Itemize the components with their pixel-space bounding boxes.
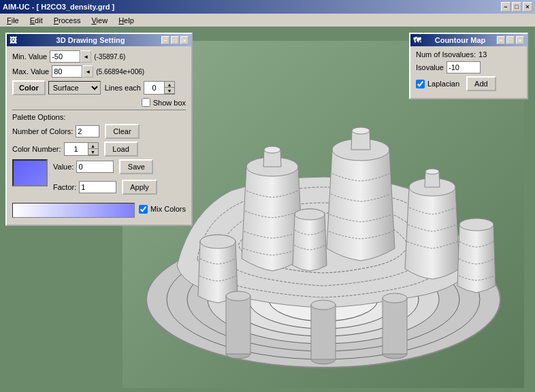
svg-rect-31 xyxy=(383,298,407,354)
isovalue-label: Isovalue xyxy=(416,63,444,71)
surface-select[interactable]: Surface Wireframe Points xyxy=(48,81,101,95)
svg-rect-34 xyxy=(311,305,336,359)
title-bar-buttons: − □ × xyxy=(501,2,532,12)
color-number-label: Color Number: xyxy=(12,145,61,153)
window-title: AIM-UC - [ H2CO3_density.grd ] xyxy=(3,3,114,11)
separator-1 xyxy=(12,110,186,110)
contour-maximize[interactable]: □ xyxy=(506,36,515,44)
color-number-row: Color Number: ▲ ▼ Load xyxy=(12,142,186,157)
min-value-row: Min. Value ◄ (-35897.6) xyxy=(12,50,186,63)
max-value-input[interactable] xyxy=(52,65,82,78)
num-isovalues-value: 13 xyxy=(479,50,487,59)
svg-point-26 xyxy=(295,209,325,220)
menu-file[interactable]: File xyxy=(1,15,25,26)
minimize-button[interactable]: − xyxy=(501,2,510,12)
contour-minimize[interactable]: − xyxy=(497,36,505,44)
panel-3d-close[interactable]: × xyxy=(180,36,189,44)
value-input[interactable] xyxy=(76,161,114,173)
isovalue-row: Isovalue xyxy=(416,61,521,74)
contour-title-bar: 🗺 Countour Map − □ × xyxy=(410,34,527,46)
load-button[interactable]: Load xyxy=(104,142,138,157)
panel-3d-title-icon: 🖼 xyxy=(10,36,17,44)
num-colors-input[interactable] xyxy=(76,125,99,137)
svg-point-16 xyxy=(352,127,370,134)
add-button[interactable]: Add xyxy=(466,76,496,91)
menu-process[interactable]: Process xyxy=(48,15,86,26)
title-bar: AIM-UC - [ H2CO3_density.grd ] − □ × xyxy=(0,0,535,14)
lines-label: Lines each xyxy=(105,84,141,92)
main-area: 🖼 3D Drawing Setting − □ × Min. Value ◄ … xyxy=(0,27,535,392)
mix-colors-label: Mix Colors xyxy=(150,205,186,213)
menu-edit[interactable]: Edit xyxy=(25,15,48,26)
svg-point-32 xyxy=(383,293,407,303)
contour-title-text: Countour Map xyxy=(435,36,486,44)
save-button[interactable]: Save xyxy=(119,159,153,174)
menu-bar: File Edit Process View Help xyxy=(0,14,535,27)
max-value-row: Max. Value ◄ (5.66894e+006) xyxy=(12,65,186,78)
color-num-arrows: ▲ ▼ xyxy=(88,143,98,155)
panel-3d-title-bar: 🖼 3D Drawing Setting − □ × xyxy=(7,34,191,46)
menu-view[interactable]: View xyxy=(86,15,113,26)
panel-3d-maximize[interactable]: □ xyxy=(171,36,179,44)
show-box-checkbox[interactable] xyxy=(142,98,150,107)
color-swatch[interactable] xyxy=(12,159,48,186)
svg-point-35 xyxy=(311,300,336,310)
svg-point-22 xyxy=(459,218,493,231)
menu-help[interactable]: Help xyxy=(113,15,140,26)
lines-arrows: ▲ ▼ xyxy=(165,82,174,94)
value-save-row: Value: Save Factor: Apply xyxy=(12,159,186,197)
min-value-input[interactable] xyxy=(50,50,80,63)
show-box-label: Show box xyxy=(153,99,186,107)
lines-input[interactable] xyxy=(144,82,165,94)
factor-row: Factor: Apply xyxy=(53,180,157,195)
laplacian-checkbox[interactable] xyxy=(416,80,425,88)
color-number-input[interactable] xyxy=(65,143,88,155)
value-label: Value: xyxy=(53,163,74,171)
color-num-down[interactable]: ▼ xyxy=(88,149,98,155)
contour-title-icon: 🗺 xyxy=(413,36,421,44)
close-button[interactable]: × xyxy=(523,2,532,12)
palette-options-label: Palette Options: xyxy=(12,113,186,121)
num-colors-row: Number of Colors: Clear xyxy=(12,124,186,139)
panel-3d-title-text: 3D Drawing Setting xyxy=(56,36,125,44)
factor-input[interactable] xyxy=(79,181,116,193)
max-value-label: Max. Value xyxy=(12,67,49,76)
svg-rect-28 xyxy=(226,296,250,354)
svg-point-24 xyxy=(200,235,236,248)
num-isovalues-row: Num of Isovalues: 13 xyxy=(416,50,521,59)
svg-point-29 xyxy=(226,291,250,301)
panel-3d-drawing: 🖼 3D Drawing Setting − □ × Min. Value ◄ … xyxy=(5,33,193,226)
contour-title-buttons: − □ × xyxy=(497,36,524,44)
factor-label: Factor: xyxy=(53,183,76,191)
laplacian-row: Laplacian Add xyxy=(416,76,521,91)
num-colors-label: Number of Colors: xyxy=(12,127,73,135)
color-num-up[interactable]: ▲ xyxy=(88,143,98,149)
contour-close[interactable]: × xyxy=(516,36,524,44)
apply-button[interactable]: Apply xyxy=(122,180,157,195)
lines-spinbox: ▲ ▼ xyxy=(144,81,175,95)
panel-3d-body: Min. Value ◄ (-35897.6) Max. Value ◄ (5.… xyxy=(7,46,191,225)
value-row: Value: Save xyxy=(53,159,157,174)
panel-3d-title-buttons: − □ × xyxy=(161,36,189,44)
lines-up-arrow[interactable]: ▲ xyxy=(165,82,174,88)
min-value-arrow[interactable]: ◄ xyxy=(80,50,91,63)
mix-colors-row: Mix Colors xyxy=(12,200,186,218)
laplacian-label: Laplacian xyxy=(427,80,459,88)
isovalue-input[interactable] xyxy=(447,61,481,74)
color-number-spinbox: ▲ ▼ xyxy=(64,142,99,156)
maximize-button[interactable]: □ xyxy=(512,2,521,12)
lines-down-arrow[interactable]: ▼ xyxy=(165,88,174,94)
contour-body: Num of Isovalues: 13 Isovalue Laplacian … xyxy=(410,46,527,98)
show-box-row: Show box xyxy=(12,98,186,107)
min-value-hint: (-35897.6) xyxy=(94,53,125,61)
num-isovalues-label: Num of Isovalues: xyxy=(416,50,476,59)
color-button[interactable]: Color xyxy=(12,80,46,95)
panel-3d-minimize[interactable]: − xyxy=(161,36,169,44)
max-value-hint: (5.66894e+006) xyxy=(96,68,144,76)
panel-contour: 🗺 Countour Map − □ × Num of Isovalues: 1… xyxy=(409,33,528,99)
mix-colors-checkbox[interactable] xyxy=(139,205,148,214)
svg-point-20 xyxy=(425,169,439,174)
clear-button[interactable]: Clear xyxy=(105,124,139,139)
min-value-label: Min. Value xyxy=(12,52,47,61)
max-value-arrow[interactable]: ◄ xyxy=(82,65,93,78)
